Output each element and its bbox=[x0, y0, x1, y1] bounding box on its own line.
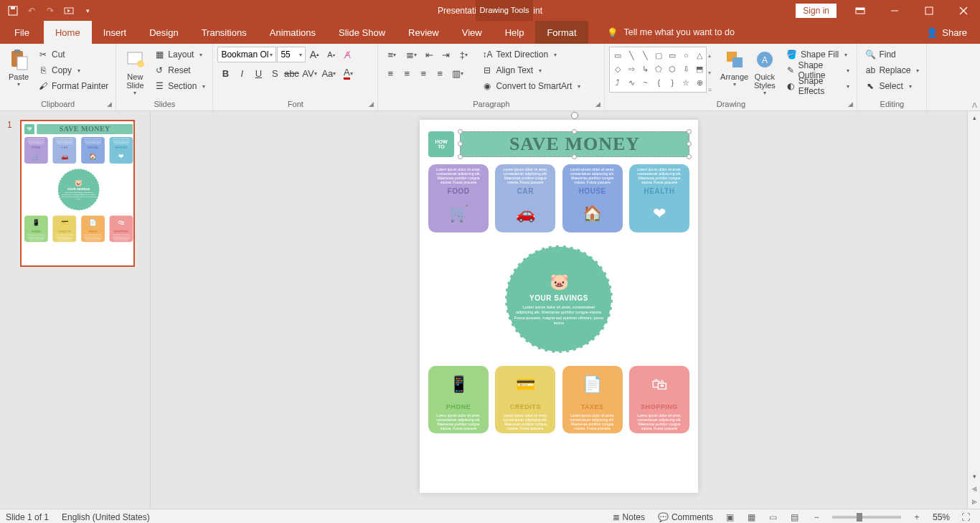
start-from-beginning-icon[interactable] bbox=[60, 2, 77, 19]
howto-badge[interactable]: HOWTO bbox=[428, 131, 454, 157]
columns-button[interactable]: ▥▾ bbox=[448, 65, 467, 81]
selection-handle[interactable] bbox=[458, 129, 463, 134]
redo-icon[interactable]: ↷ bbox=[42, 2, 59, 19]
dialog-launcher-icon[interactable]: ◢ bbox=[845, 99, 855, 109]
tag-credits[interactable]: 💳 CREDITS Lorem ipsum dolor sit amet, co… bbox=[495, 366, 555, 433]
tab-insert[interactable]: Insert bbox=[92, 21, 138, 44]
strikethrough-button[interactable]: abc bbox=[283, 65, 299, 81]
line-spacing-button[interactable]: ‡▾ bbox=[454, 47, 473, 62]
find-button[interactable]: 🔍Find bbox=[862, 47, 922, 62]
font-size-combo[interactable]: 55▾ bbox=[277, 47, 306, 62]
tag-shopping[interactable]: 🛍 SHOPPING Lorem ipsum dolor sit amet, c… bbox=[110, 216, 133, 242]
reset-button[interactable]: ↺Reset bbox=[151, 62, 208, 78]
notes-button[interactable]: ≣Notes bbox=[607, 509, 651, 524]
sorter-view-icon[interactable]: ▦ bbox=[742, 509, 762, 524]
tab-design[interactable]: Design bbox=[138, 21, 189, 44]
scroll-up-icon[interactable]: ▴ bbox=[968, 111, 980, 124]
slide-thumbnail[interactable]: HOWTO SAVE MONEY Lorem ipsum dolor sit a… bbox=[20, 120, 135, 267]
gallery-down-icon[interactable]: ▾ bbox=[708, 70, 715, 76]
maximize-icon[interactable] bbox=[913, 0, 946, 21]
paste-button[interactable]: Paste ▾ bbox=[4, 47, 33, 99]
change-case-button[interactable]: Aa▾ bbox=[319, 65, 338, 81]
reading-view-icon[interactable]: ▭ bbox=[763, 509, 783, 524]
underline-button[interactable]: U bbox=[250, 65, 266, 81]
tab-view[interactable]: View bbox=[451, 21, 494, 44]
close-icon[interactable] bbox=[947, 0, 980, 21]
selection-handle[interactable] bbox=[572, 129, 577, 134]
signin-button[interactable]: Sign in bbox=[796, 4, 837, 18]
tag-food[interactable]: Lorem ipsum dolor sit amet, consectetuer… bbox=[24, 137, 48, 164]
bullets-button[interactable]: ≡▾ bbox=[382, 47, 401, 62]
savings-circle[interactable]: 🐷 YOUR SAVINGS Lorem ipsum dolor sit ame… bbox=[57, 169, 100, 211]
clear-formatting-icon[interactable]: A̸ bbox=[339, 47, 355, 62]
scroll-down-icon[interactable]: ▾ bbox=[968, 470, 980, 483]
char-spacing-button[interactable]: AV▾ bbox=[300, 65, 319, 81]
tab-review[interactable]: Review bbox=[397, 21, 451, 44]
selection-handle[interactable] bbox=[458, 141, 463, 146]
tag-health[interactable]: Lorem ipsum dolor sit amet, consectetuer… bbox=[110, 137, 133, 164]
tag-taxes[interactable]: 📄 TAXES Lorem ipsum dolor sit amet, cons… bbox=[562, 366, 623, 433]
shape-effects-button[interactable]: ◐Shape Effects▾ bbox=[783, 78, 852, 94]
title-textbox[interactable]: SAVE MONEY bbox=[460, 131, 689, 157]
justify-icon[interactable]: ≡ bbox=[432, 65, 448, 81]
selection-handle[interactable] bbox=[458, 154, 463, 159]
tag-food[interactable]: Lorem ipsum dolor sit amet, consectetuer… bbox=[428, 164, 489, 232]
tag-car[interactable]: Lorem ipsum dolor sit amet, consectetuer… bbox=[53, 137, 77, 164]
tell-me-search[interactable]: 💡 Tell me what you want to do bbox=[588, 21, 735, 44]
arrange-button[interactable]: Arrange▾ bbox=[720, 47, 749, 99]
slideshow-view-icon[interactable]: ▤ bbox=[785, 509, 805, 524]
align-right-icon[interactable]: ≡ bbox=[415, 65, 431, 81]
tag-house[interactable]: Lorem ipsum dolor sit amet, consectetuer… bbox=[562, 164, 623, 232]
selection-handle[interactable] bbox=[687, 154, 692, 159]
shadow-button[interactable]: S bbox=[267, 65, 283, 81]
next-slide-icon[interactable]: ⫸ bbox=[968, 496, 980, 509]
tab-slideshow[interactable]: Slide Show bbox=[327, 21, 397, 44]
quick-styles-button[interactable]: A Quick Styles▾ bbox=[750, 47, 779, 99]
vertical-scrollbar[interactable]: ▴ ▾ ⫷ ⫸ bbox=[967, 111, 980, 509]
align-center-icon[interactable]: ≡ bbox=[399, 65, 415, 81]
tag-phone[interactable]: 📱 PHONE Lorem ipsum dolor sit amet, cons… bbox=[428, 366, 489, 433]
howto-badge[interactable]: HOWTO bbox=[24, 124, 34, 134]
fit-window-icon[interactable]: ⛶ bbox=[956, 509, 976, 524]
italic-button[interactable]: I bbox=[234, 65, 250, 81]
text-direction-button[interactable]: ↕AText Direction▾ bbox=[479, 47, 583, 62]
selection-handle[interactable] bbox=[687, 129, 692, 134]
align-text-button[interactable]: ⊟Align Text▾ bbox=[479, 62, 583, 78]
save-icon[interactable] bbox=[4, 2, 22, 19]
tab-help[interactable]: Help bbox=[494, 21, 536, 44]
share-button[interactable]: 👤 Share bbox=[926, 21, 980, 44]
tab-animations[interactable]: Animations bbox=[258, 21, 327, 44]
tag-health[interactable]: Lorem ipsum dolor sit amet, consectetuer… bbox=[629, 164, 689, 232]
increase-font-icon[interactable]: A▴ bbox=[306, 47, 322, 62]
tag-phone[interactable]: 📱 PHONE Lorem ipsum dolor sit amet, cons… bbox=[24, 216, 48, 242]
qat-customize-icon[interactable]: ▾ bbox=[79, 2, 96, 19]
tag-house[interactable]: Lorem ipsum dolor sit amet, consectetuer… bbox=[81, 137, 105, 164]
slide-info[interactable]: Slide 1 of 1 bbox=[6, 512, 49, 522]
decrease-indent-icon[interactable]: ⇤ bbox=[421, 47, 437, 62]
dialog-launcher-icon[interactable]: ◢ bbox=[593, 99, 603, 109]
selection-handle[interactable] bbox=[687, 141, 692, 146]
tag-car[interactable]: Lorem ipsum dolor sit amet, consectetuer… bbox=[495, 164, 555, 232]
gallery-more-icon[interactable]: ≡ bbox=[708, 87, 715, 93]
font-color-button[interactable]: A▾ bbox=[339, 65, 357, 81]
prev-slide-icon[interactable]: ⫷ bbox=[968, 483, 980, 496]
numbering-button[interactable]: ≣▾ bbox=[402, 47, 420, 62]
zoom-level[interactable]: 55% bbox=[928, 512, 954, 522]
format-painter-button[interactable]: 🖌Format Painter bbox=[34, 78, 111, 94]
tab-home[interactable]: Home bbox=[44, 21, 92, 44]
slide-canvas[interactable]: HOWTO SAVE MONEY Lorem ipsum dolor sit a… bbox=[151, 111, 967, 509]
shapes-gallery[interactable]: ▭╲╲▢▭○△ ◇⇨↳⬠⬡⇩⬒ ⤴∿~{}☆⊕ bbox=[609, 47, 707, 93]
ribbon-display-icon[interactable] bbox=[844, 0, 877, 21]
zoom-slider[interactable] bbox=[832, 516, 901, 519]
comments-button[interactable]: 💬Comments bbox=[652, 509, 719, 524]
dialog-launcher-icon[interactable]: ◢ bbox=[104, 99, 114, 109]
zoom-out-icon[interactable]: − bbox=[806, 509, 826, 524]
copy-button[interactable]: ⎘Copy▾ bbox=[34, 62, 111, 78]
undo-icon[interactable]: ↶ bbox=[23, 2, 40, 19]
tab-file[interactable]: File bbox=[0, 21, 44, 44]
tag-taxes[interactable]: 📄 TAXES Lorem ipsum dolor sit amet, cons… bbox=[81, 216, 105, 242]
select-button[interactable]: ⬉Select▾ bbox=[862, 78, 922, 94]
decrease-font-icon[interactable]: A▾ bbox=[323, 47, 339, 62]
tab-transitions[interactable]: Transitions bbox=[190, 21, 258, 44]
selection-handle[interactable] bbox=[572, 154, 577, 159]
